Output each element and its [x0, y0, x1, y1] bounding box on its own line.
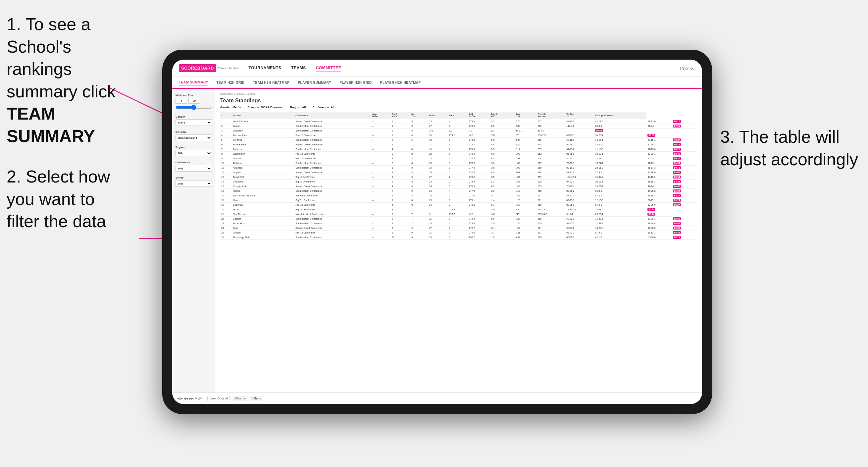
table-cell: 1.63 [514, 189, 536, 193]
gender-select[interactable]: Men's [176, 119, 212, 126]
table-cell: 8 [410, 161, 428, 165]
table-cell: 1.85 [514, 184, 536, 189]
table-cell: 88.16 [672, 193, 697, 198]
table-cell: 88.14 [646, 212, 672, 217]
table-cell: 36-17-3 [646, 165, 672, 170]
table-cell: 24 [428, 180, 448, 184]
table-row[interactable]: 1North CarolinaAtlantic Coast Conference… [220, 119, 697, 124]
min-rounds-slider[interactable] [176, 105, 212, 110]
subnav-player-h2h-heatmap[interactable]: PLAYER H2H HEATMAP [380, 80, 421, 85]
nav-teams[interactable]: TEAMS [291, 64, 306, 72]
table-row[interactable]: 16FloridaSoutheastern Conference–7924427… [220, 189, 697, 193]
nav-committee[interactable]: COMMITTEE [316, 64, 341, 72]
table-cell: 1.39 [514, 226, 536, 230]
table-row[interactable]: 7TennesseeSoutheastern Conference–481622… [220, 147, 697, 152]
table-cell: Georgia Tech [232, 184, 294, 189]
table-row[interactable]: 22GeorgiaSoutheastern Conference–8721127… [220, 217, 697, 221]
min-rounds-max-input[interactable] [188, 98, 200, 104]
table-cell: Atlantic Coast Conference [294, 184, 371, 189]
tablet-screen: SCOREBOARD Powered by clippi TOURNAMENTS… [172, 60, 702, 404]
table-row[interactable]: 11ArkansasSoutheastern Conference–682412… [220, 165, 697, 170]
min-rounds-min-input[interactable] [176, 98, 187, 104]
table-row[interactable]: 19CaliforniaPac-12 Conference–48242278.2… [220, 203, 697, 207]
table-row[interactable]: 9ArizonaPac-12 Conference–38221276.3-6.5… [220, 156, 697, 161]
table-row[interactable]: 23Texas A&MSoutheastern Conference–91018… [220, 221, 697, 226]
table-row[interactable]: 6Florida StateAtlantic Coast Conference–… [220, 143, 697, 147]
table-cell: 80-25-2 [565, 189, 594, 193]
sign-out[interactable]: | Sign out [680, 66, 695, 70]
table-cell: 3 [391, 156, 410, 161]
table-row[interactable]: 2AuburnSoutheastern Conference–19276273.… [220, 124, 697, 128]
table-cell: 268 [536, 156, 565, 161]
table-row[interactable]: 26Mississippi StateSoutheastern Conferen… [220, 235, 697, 240]
table-row[interactable]: 15Georgia TechAtlantic Coast Conference–… [220, 184, 697, 189]
watch-btn[interactable]: Watch ▾ [233, 396, 248, 401]
division-select[interactable]: NCAA Division I [176, 134, 212, 141]
table-cell: 279.1 [468, 198, 490, 203]
school-select[interactable]: (All) [176, 180, 212, 187]
table-cell: – [371, 128, 391, 133]
table-cell: 14-21-0 [594, 156, 646, 161]
table-cell: 278.2 [468, 203, 490, 207]
conference-label: Conference [176, 161, 212, 164]
subnav-player-summary[interactable]: PLAYER SUMMARY [298, 80, 331, 85]
table-row[interactable]: 20TexasBig 12 Conference–377278.80.71.44… [220, 207, 697, 212]
table-cell: 27 [428, 124, 448, 128]
table-cell: 1.21 [514, 230, 536, 235]
table-row[interactable]: 5Ole MissSoutheastern Conference–3618127… [220, 138, 697, 143]
table-cell: 24 [428, 189, 448, 193]
table-cell: 1 [391, 175, 410, 180]
table-cell: 2.88 [514, 124, 536, 128]
subnav-team-h2h-grid[interactable]: TEAM H2H GRID [216, 80, 244, 85]
table-cell: 7 [410, 217, 428, 221]
table-row[interactable]: 8WashingtonPac-12 Conference–28231276.3-… [220, 152, 697, 156]
conference-select[interactable]: (All) [176, 165, 212, 172]
subnav-team-h2h-heatmap[interactable]: TEAM H2H HEATMAP [253, 80, 290, 85]
subnav-team-summary[interactable]: TEAM SUMMARY [179, 80, 208, 86]
table-row[interactable]: 13Texas TechBig 12 Conference–19272276.0… [220, 175, 697, 180]
table-row[interactable]: 18IllinoisBig Ten Conference–18231279.1-… [220, 198, 697, 203]
table-row[interactable]: 25OregonPac-12 Conference–59210279.5-3.1… [220, 230, 697, 235]
table-cell: 0.7 [468, 207, 490, 212]
table-cell: 23-18-2 [646, 193, 672, 198]
table-cell: Ole Miss [232, 138, 294, 143]
table-cell: 1 [391, 119, 410, 124]
table-row[interactable]: 10AlabamaSoutheastern Conference–5823327… [220, 161, 697, 165]
table-row[interactable]: 3VanderbiltSoutheastern Conference–25271… [220, 128, 697, 133]
table-cell: 271 [536, 198, 565, 203]
table-cell: 5 [410, 128, 428, 133]
table-cell: 80.71 [672, 165, 697, 170]
table-cell: 209 [536, 180, 565, 184]
region-select[interactable]: N/A [176, 150, 212, 156]
share-btn[interactable]: Share [251, 396, 263, 401]
table-cell: – [371, 161, 391, 165]
subnav-player-h2h-grid[interactable]: PLAYER H2H GRID [339, 80, 372, 85]
table-cell: 266 [536, 217, 565, 221]
col-wins: Wins [448, 112, 468, 119]
table-cell: 8-14-0 [594, 203, 646, 207]
table-cell: 35-14-0 [646, 170, 672, 175]
nav-tournaments[interactable]: TOURNAMENTS [249, 64, 281, 72]
table-cell: 1.98 [514, 156, 536, 161]
table-cell: 11-29-1 [594, 217, 646, 221]
table-row[interactable]: 24DukeAtlantic Coast Conference–59271279… [220, 226, 697, 230]
table-cell: 17-9-0 [594, 170, 646, 175]
table-cell: 18 [428, 221, 448, 226]
table-cell: 2 [448, 180, 468, 184]
table-cell: 8 [391, 217, 410, 221]
table-cell: 0 [448, 230, 468, 235]
table-cell: 18 [220, 198, 232, 203]
table-cell: 82-25-1 [565, 198, 594, 203]
table-cell: -6.0 [490, 170, 514, 175]
table-row[interactable]: 21New MexicoMountain West Conference–179… [220, 212, 697, 217]
table-cell: 16 [220, 189, 232, 193]
table-row[interactable]: 12VirginiaAtlantic Coast Conference–3824… [220, 170, 697, 175]
view-original-btn[interactable]: View: Original [207, 396, 229, 401]
table-cell: 13 [220, 175, 232, 180]
table-row[interactable]: 17East Tennessee StateSouthern Conferenc… [220, 193, 697, 198]
table-cell: 255 [536, 147, 565, 152]
table-cell: 43-23-1 [565, 133, 594, 138]
table-row[interactable]: 4Arizona StatePac-12 Conference–1826274.… [220, 133, 697, 138]
table-row[interactable]: 14OklahomaBig 12 Conference–28242278.6-5… [220, 180, 697, 184]
table-cell: 6.2 [448, 128, 468, 133]
